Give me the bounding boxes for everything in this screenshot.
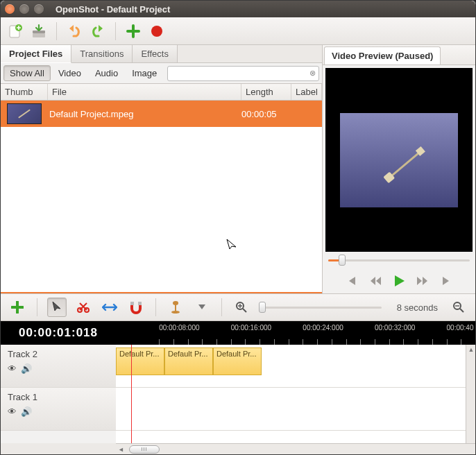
- titlebar: OpenShot - Default Project: [1, 1, 475, 17]
- scroll-up-icon[interactable]: ▲: [466, 345, 475, 354]
- svg-rect-8: [138, 302, 142, 305]
- eye-icon[interactable]: 👁: [8, 406, 17, 417]
- horizontal-scrollbar[interactable]: ◄: [116, 443, 475, 454]
- new-project-button[interactable]: [6, 22, 24, 40]
- search-input[interactable]: ⊗: [167, 66, 319, 81]
- track-label[interactable]: Track 2👁🔊: [1, 345, 116, 388]
- search-field[interactable]: [168, 68, 318, 78]
- left-tabs: Project Files Transitions Effects: [1, 45, 322, 63]
- timeline-clip[interactable]: Default Pr...: [164, 347, 213, 375]
- svg-point-11: [171, 311, 180, 314]
- file-list-header: Thumb File Length Label: [1, 84, 322, 101]
- project-files-pane: Project Files Transitions Effects Show A…: [1, 45, 323, 293]
- fast-forward-button[interactable]: [415, 273, 430, 289]
- tab-transitions[interactable]: Transitions: [71, 45, 133, 62]
- file-length: 00:00:05: [241, 109, 291, 119]
- col-label[interactable]: Label: [291, 84, 322, 100]
- file-name: Default Project.mpeg: [48, 109, 241, 119]
- resize-tool-button[interactable]: [100, 298, 119, 317]
- zoom-label: 8 seconds: [397, 302, 438, 313]
- save-project-button[interactable]: [30, 22, 48, 40]
- track-name: Track 1: [8, 392, 109, 402]
- col-thumb[interactable]: Thumb: [1, 84, 48, 100]
- ruler-tick: 00:00:40: [447, 324, 474, 332]
- filter-audio[interactable]: Audio: [89, 65, 124, 81]
- timecode-display: 00:00:01:018: [1, 321, 116, 345]
- timeline-toolbar: 8 seconds: [1, 293, 475, 321]
- timeline-clip[interactable]: Default Pr...: [116, 347, 164, 375]
- playback-controls: [323, 268, 475, 293]
- svg-point-4: [151, 26, 162, 37]
- marker-menu-button[interactable]: [192, 298, 212, 317]
- window-close-button[interactable]: [5, 4, 15, 14]
- file-thumbnail: [7, 103, 42, 124]
- snap-tool-button[interactable]: [126, 298, 146, 317]
- zoom-in-button[interactable]: [232, 298, 251, 317]
- track-row[interactable]: [116, 388, 475, 431]
- svg-rect-7: [130, 302, 134, 305]
- window-title: OpenShot - Default Project: [56, 4, 170, 15]
- col-file[interactable]: File: [48, 84, 241, 100]
- file-list[interactable]: Default Project.mpeg 00:00:05: [1, 101, 322, 293]
- ruler-tick: 00:00:32:000: [375, 324, 415, 332]
- clear-search-icon[interactable]: ⊗: [309, 69, 316, 78]
- add-track-button[interactable]: [8, 298, 27, 317]
- playhead[interactable]: [131, 345, 132, 443]
- track-label[interactable]: Track 1👁🔊: [1, 388, 116, 431]
- tab-effects[interactable]: Effects: [133, 45, 178, 62]
- play-button[interactable]: [391, 273, 407, 289]
- main-toolbar: [1, 17, 475, 45]
- timeline-ruler[interactable]: 00:00:08:00000:00:16:00000:00:24:00000:0…: [116, 321, 475, 345]
- video-preview[interactable]: [325, 68, 473, 252]
- track-labels: Track 2👁🔊Track 1👁🔊: [1, 345, 116, 443]
- filter-show-all[interactable]: Show All: [3, 65, 51, 81]
- tab-project-files[interactable]: Project Files: [1, 45, 71, 63]
- rewind-button[interactable]: [368, 273, 383, 289]
- add-marker-button[interactable]: [166, 298, 185, 317]
- seek-thumb[interactable]: [339, 255, 346, 266]
- ruler-tick: 00:00:16:000: [231, 324, 271, 332]
- timeline-clip[interactable]: Default Pr...: [213, 347, 262, 375]
- pointer-tool-button[interactable]: [47, 298, 67, 317]
- col-length[interactable]: Length: [241, 84, 291, 100]
- track-row[interactable]: Default Pr...Default Pr...Default Pr...: [116, 345, 475, 388]
- razor-tool-button[interactable]: [74, 298, 93, 317]
- redo-button[interactable]: [89, 22, 107, 40]
- window-maximize-button[interactable]: [34, 4, 44, 14]
- window-minimize-button[interactable]: [19, 4, 29, 14]
- file-row[interactable]: Default Project.mpeg 00:00:05: [1, 101, 322, 127]
- filter-image[interactable]: Image: [126, 65, 163, 81]
- tracks-area: Track 2👁🔊Track 1👁🔊 Default Pr...Default …: [1, 345, 475, 443]
- zoom-slider[interactable]: [262, 307, 382, 309]
- vertical-scrollbar[interactable]: ▲: [466, 345, 475, 443]
- tab-video-preview[interactable]: Video Preview (Paused): [324, 46, 441, 65]
- ruler-row: 00:00:01:018 00:00:08:00000:00:16:00000:…: [1, 321, 475, 345]
- preview-seek-slider[interactable]: [328, 255, 470, 266]
- speaker-icon[interactable]: 🔊: [21, 406, 32, 417]
- hscroll-thumb[interactable]: [129, 445, 160, 454]
- preview-frame: [340, 113, 458, 207]
- preview-pane: Video Preview (Paused): [323, 45, 475, 293]
- undo-button[interactable]: [65, 22, 83, 40]
- svg-rect-3: [33, 33, 45, 37]
- export-video-button[interactable]: [148, 22, 166, 40]
- speaker-icon[interactable]: 🔊: [21, 363, 32, 374]
- skip-start-button[interactable]: [344, 273, 359, 289]
- svg-rect-10: [175, 304, 176, 311]
- timeline: 00:00:01:018 00:00:08:00000:00:16:00000:…: [1, 321, 475, 454]
- track-name: Track 2: [8, 349, 109, 359]
- ruler-tick: 00:00:24:000: [303, 324, 343, 332]
- eye-icon[interactable]: 👁: [8, 363, 17, 374]
- skip-end-button[interactable]: [439, 273, 454, 289]
- preview-tabs: Video Preview (Paused): [323, 45, 475, 65]
- zoom-thumb[interactable]: [259, 302, 266, 313]
- filter-row: Show All Video Audio Image ⊗: [1, 63, 322, 84]
- zoom-out-button[interactable]: [449, 298, 468, 317]
- track-clip-area[interactable]: Default Pr...Default Pr...Default Pr...: [116, 345, 475, 443]
- ruler-tick: 00:00:08:000: [159, 324, 199, 332]
- filter-video[interactable]: Video: [52, 65, 87, 81]
- import-files-button[interactable]: [124, 22, 142, 40]
